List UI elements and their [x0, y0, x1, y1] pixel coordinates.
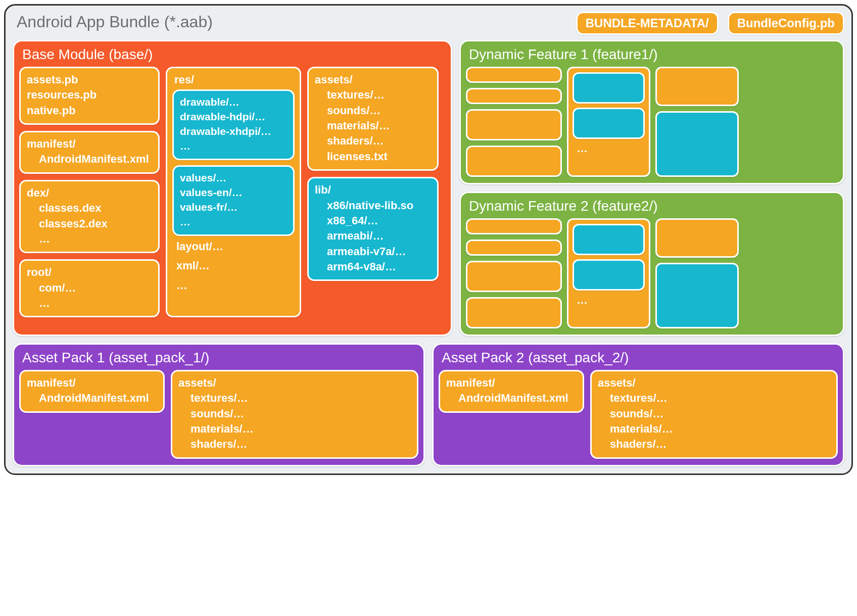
bundle-config-pill: BundleConfig.pb — [728, 12, 844, 35]
mini-block — [466, 218, 562, 234]
ap-assets-block: assets/ textures/… sounds/… materials/… … — [171, 370, 418, 459]
lib-block: lib/ x86/native-lib.so x86_64/… armeabi/… — [307, 177, 439, 281]
mini-block — [466, 109, 562, 140]
file-label: materials/… — [178, 421, 411, 437]
pb-file: assets.pb — [27, 72, 152, 87]
file-label: drawable/… — [180, 95, 287, 110]
mini-block — [573, 224, 645, 255]
dir-label: root/ — [27, 265, 152, 280]
dynamic-feature-2: Dynamic Feature 2 (feature2/) … — [459, 192, 844, 336]
file-label: licenses.txt — [315, 149, 431, 164]
pb-files-block: assets.pb resources.pb native.pb — [19, 67, 160, 125]
dynamic-feature-1: Dynamic Feature 1 (feature1/) … — [459, 40, 844, 184]
pb-file: native.pb — [27, 103, 152, 118]
file-label: x86_64/… — [315, 213, 431, 228]
ap-assets-block: assets/ textures/… sounds/… materials/… … — [590, 370, 838, 459]
file-label: values/… — [180, 171, 287, 185]
file-label: x86/native-lib.so — [315, 198, 431, 213]
dir-label: assets/ — [178, 375, 411, 391]
main-row: Base Module (base/) assets.pb resources.… — [13, 40, 844, 336]
file-label: drawable-xhdpi/… — [180, 124, 287, 139]
mini-block — [466, 261, 562, 292]
file-label: … — [180, 139, 287, 154]
file-label: sounds/… — [315, 103, 431, 118]
file-label: values-fr/… — [180, 200, 287, 215]
mini-block — [655, 67, 739, 106]
asset-pack-title: Asset Pack 1 (asset_pack_1/) — [19, 349, 418, 370]
mini-block — [466, 146, 562, 177]
file-label: textures/… — [598, 391, 830, 406]
dir-label: lib/ — [315, 182, 431, 198]
manifest-block: manifest/ AndroidManifest.xml — [19, 131, 160, 174]
file-label: … — [180, 215, 287, 229]
dir-label: manifest/ — [446, 375, 577, 391]
container-title: Android App Bundle (*.aab) — [13, 12, 567, 31]
mini-res-block: … — [567, 67, 650, 177]
file-label: … — [27, 231, 152, 247]
file-label: sounds/… — [178, 406, 411, 421]
dir-label: dex/ — [27, 185, 152, 201]
res-block: res/ drawable/… drawable-hdpi/… drawable… — [166, 67, 301, 317]
layout-label: layout/… — [172, 236, 295, 255]
mini-block — [466, 88, 562, 104]
feature-title: Dynamic Feature 2 (feature2/) — [466, 197, 838, 218]
asset-packs-row: Asset Pack 1 (asset_pack_1/) manifest/ A… — [13, 343, 844, 466]
dir-label: assets/ — [598, 375, 830, 391]
ap-manifest-block: manifest/ AndroidManifest.xml — [19, 370, 165, 413]
pb-file: resources.pb — [27, 87, 152, 103]
file-label: shaders/… — [315, 133, 431, 149]
mini-block — [573, 72, 645, 104]
feature-title: Dynamic Feature 1 (feature1/) — [466, 45, 838, 67]
mini-res-block: … — [567, 218, 650, 328]
ellipsis: … — [573, 143, 645, 154]
dex-block: dex/ classes.dex classes2.dex … — [19, 180, 160, 253]
ap-manifest-block: manifest/ AndroidManifest.xml — [439, 370, 584, 413]
file-label: AndroidManifest.xml — [27, 152, 152, 167]
bundle-metadata-pill: BUNDLE-METADATA/ — [576, 12, 719, 35]
file-label: textures/… — [315, 87, 431, 103]
mini-block — [573, 259, 645, 291]
asset-pack-1: Asset Pack 1 (asset_pack_1/) manifest/ A… — [13, 343, 425, 466]
file-label: com/… — [27, 280, 152, 296]
file-label: armeabi/… — [315, 228, 431, 244]
mini-block — [466, 297, 562, 328]
more-label: … — [172, 275, 295, 294]
file-label: armeabi-v7a/… — [315, 244, 431, 259]
dir-label: manifest/ — [27, 375, 157, 391]
file-label: classes2.dex — [27, 216, 152, 231]
xml-label: xml/… — [172, 255, 295, 274]
file-label: shaders/… — [178, 437, 411, 452]
values-block: values/… values-en/… values-fr/… … — [172, 165, 295, 236]
feature-stack: Dynamic Feature 1 (feature1/) … — [459, 40, 844, 336]
base-module-title: Base Module (base/) — [19, 45, 446, 67]
asset-pack-2: Asset Pack 2 (asset_pack_2/) manifest/ A… — [432, 343, 844, 466]
file-label: shaders/… — [598, 437, 830, 452]
file-label: materials/… — [598, 421, 830, 437]
mini-block — [655, 218, 739, 258]
file-label: … — [27, 296, 152, 311]
file-label: materials/… — [315, 118, 431, 133]
dir-label: manifest/ — [27, 136, 152, 152]
drawable-block: drawable/… drawable-hdpi/… drawable-xhdp… — [172, 89, 295, 160]
mini-block — [655, 111, 739, 177]
ellipsis: … — [573, 295, 645, 306]
asset-pack-title: Asset Pack 2 (asset_pack_2/) — [439, 349, 838, 370]
assets-block: assets/ textures/… sounds/… materials/… … — [307, 67, 439, 171]
root-block: root/ com/… … — [19, 259, 160, 317]
file-label: values-en/… — [180, 185, 287, 200]
base-module: Base Module (base/) assets.pb resources.… — [13, 40, 452, 336]
dir-label: res/ — [172, 72, 295, 89]
mini-block — [655, 263, 739, 328]
dir-label: assets/ — [315, 72, 431, 87]
file-label: AndroidManifest.xml — [27, 391, 157, 406]
file-label: textures/… — [178, 391, 411, 406]
file-label: sounds/… — [598, 406, 830, 421]
file-label: classes.dex — [27, 201, 152, 216]
mini-block — [573, 108, 645, 139]
file-label: AndroidManifest.xml — [446, 391, 577, 406]
file-label: arm64-v8a/… — [315, 259, 431, 274]
aab-container: Android App Bundle (*.aab) BUNDLE-METADA… — [4, 4, 853, 475]
header-row: Android App Bundle (*.aab) BUNDLE-METADA… — [13, 12, 844, 35]
mini-block — [466, 67, 562, 83]
mini-block — [466, 240, 562, 256]
